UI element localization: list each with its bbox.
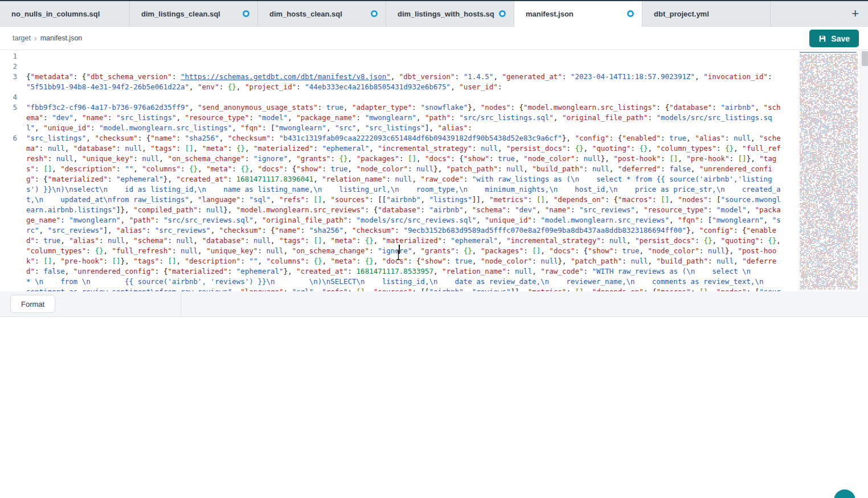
editor-tab[interactable]: dbt_project.yml [642, 1, 771, 27]
code-line[interactable]: 6"src_listings", "checksum": {"name": "s… [0, 133, 797, 291]
tab-label: dbt_project.yml [654, 10, 709, 18]
minimap[interactable] [799, 51, 859, 290]
code-line[interactable]: 4 [0, 92, 797, 102]
vertical-scrollbar[interactable] [860, 50, 868, 291]
results-panel [0, 317, 868, 470]
breadcrumb-bar: target › manifest.json Save [0, 27, 868, 50]
code-line[interactable]: 1 [0, 51, 797, 61]
tab-bar-filler: + [771, 1, 868, 27]
line-number: 3 [0, 72, 26, 92]
editor-tab[interactable]: no_nulls_in_columns.sql [0, 1, 130, 27]
save-button-label: Save [831, 34, 850, 43]
line-content: "src_listings", "checksum": {"name": "sh… [26, 133, 785, 291]
scrollbar-thumb[interactable] [862, 51, 868, 66]
panel-divider [181, 291, 181, 316]
line-content [26, 61, 785, 72]
chat-bubble-button[interactable] [834, 489, 855, 498]
code-line[interactable]: 2 [0, 61, 797, 72]
unsaved-changes-icon [371, 10, 378, 17]
breadcrumb-chevron-icon: › [34, 34, 37, 43]
tab-label: dim_listings_with_hosts.sql [398, 10, 494, 18]
mouse-ibeam-cursor [395, 250, 402, 262]
line-number: 5 [0, 102, 26, 133]
unsaved-changes-icon [499, 10, 506, 17]
editor-tab[interactable]: dim_listings_with_hosts.sql [386, 1, 514, 27]
line-number: 1 [0, 51, 26, 61]
line-number: 4 [0, 92, 26, 102]
tab-label: manifest.json [526, 10, 574, 18]
editor-tab[interactable]: dim_listings_clean.sql [130, 1, 258, 27]
code-editor[interactable]: 1 2 3{"metadata": {"dbt_schema_version":… [0, 50, 868, 291]
code-line[interactable]: 3{"metadata": {"dbt_schema_version": "ht… [0, 72, 797, 92]
line-content: {"metadata": {"dbt_schema_version": "htt… [26, 72, 785, 92]
editor-tab[interactable]: manifest.json [514, 1, 642, 27]
breadcrumb-file: manifest.json [40, 34, 83, 42]
line-content: "fbb9f3c2-cf96-4a17-b736-976a62d35ff9", … [26, 102, 785, 133]
unsaved-changes-icon [627, 10, 634, 17]
tab-label: no_nulls_in_columns.sql [11, 10, 100, 18]
line-number: 2 [0, 61, 26, 72]
editor-tab[interactable]: dim_hosts_clean.sql [258, 1, 386, 27]
tab-strip: no_nulls_in_columns.sqldim_listings_clea… [0, 1, 771, 27]
tab-bar: no_nulls_in_columns.sqldim_listings_clea… [0, 1, 868, 27]
code-line[interactable]: 5"fbb9f3c2-cf96-4a17-b736-976a62d35ff9",… [0, 102, 797, 133]
breadcrumb-folder: target [13, 34, 31, 42]
bottom-toolbar: Format [0, 291, 868, 317]
line-number: 6 [0, 133, 26, 291]
save-button[interactable]: Save [809, 30, 859, 47]
tab-label: dim_listings_clean.sql [141, 10, 220, 18]
line-content [26, 92, 785, 102]
unsaved-changes-icon [243, 10, 249, 17]
new-tab-button[interactable]: + [849, 8, 861, 19]
save-icon [818, 35, 826, 43]
tab-label: dim_hosts_clean.sql [269, 10, 342, 18]
format-button[interactable]: Format [10, 295, 55, 313]
line-content [26, 51, 785, 61]
